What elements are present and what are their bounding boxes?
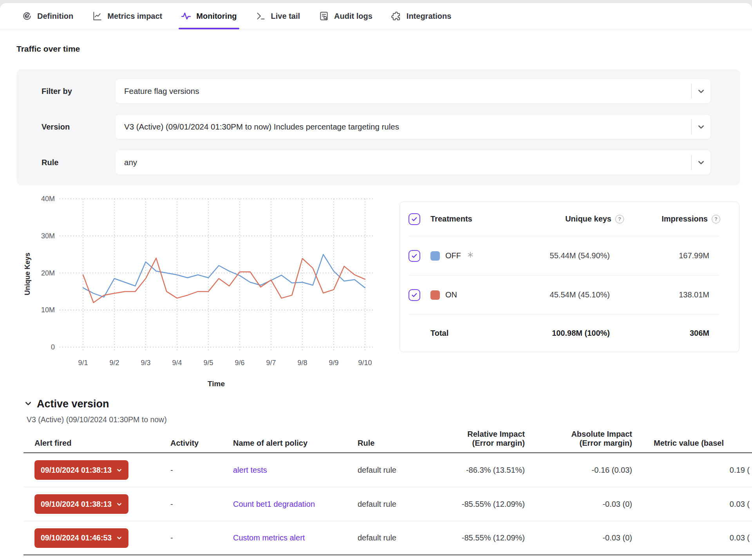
alert-fired-time: 09/10/2024 01:38:13 <box>41 466 112 475</box>
page-title: Traffic over time <box>16 29 752 54</box>
alert-row: 09/10/2024 01:38:13 - alert tests defaul… <box>24 453 752 487</box>
help-icon[interactable]: ? <box>615 215 624 223</box>
alerts-table: Alert fired Activity Name of alert polic… <box>24 430 752 555</box>
treatments-card: Treatments Unique keys ? Impressions ? <box>400 202 739 352</box>
svg-text:30M: 30M <box>41 232 55 240</box>
active-version-toggle[interactable]: Active version <box>16 398 752 410</box>
absolute-impact-value: -0.03 (0) <box>525 500 632 509</box>
tab-definition[interactable]: Definition <box>22 3 73 29</box>
rule-value: any <box>124 158 691 167</box>
alert-fired-badge[interactable]: 09/10/2024 01:38:13 <box>34 494 128 514</box>
svg-text:10M: 10M <box>41 306 55 314</box>
rule-header: Rule <box>358 439 450 448</box>
relative-impact-value: -86.3% (13.51%) <box>450 466 525 475</box>
on-unique-keys: 45.54M (45.10%) <box>495 290 624 299</box>
filter-panel: Filter by Feature flag versions Version … <box>16 69 740 185</box>
tab-label: Integrations <box>407 12 451 21</box>
rule-select[interactable]: any <box>115 150 711 175</box>
treatments-header-row: Treatments Unique keys ? Impressions ? <box>409 202 719 236</box>
svg-text:9/3: 9/3 <box>141 359 150 367</box>
alert-fired-header: Alert fired <box>34 439 170 448</box>
on-treatment-checkbox[interactable] <box>409 289 420 301</box>
impressions-column-header: Impressions <box>662 214 708 223</box>
on-impressions: 138.01M <box>624 290 720 299</box>
filter-row-rule: Rule any <box>42 150 711 175</box>
treatment-name: OFF <box>445 251 461 260</box>
treatment-name: ON <box>445 290 457 299</box>
tab-audit-logs[interactable]: Audit logs <box>319 3 372 29</box>
alert-policy-link[interactable]: alert tests <box>233 466 267 474</box>
off-color-swatch <box>430 251 440 261</box>
filter-by-value: Feature flag versions <box>124 86 691 96</box>
active-version-title: Active version <box>37 398 109 410</box>
relative-impact-value: -85.55% (12.09%) <box>450 533 525 542</box>
svg-text:0: 0 <box>51 343 55 351</box>
on-color-swatch <box>430 290 440 300</box>
treatments-column-header: Treatments <box>430 214 495 223</box>
off-treatment-checkbox[interactable] <box>409 250 420 262</box>
chevron-down-icon[interactable] <box>692 159 710 166</box>
activity-value: - <box>170 533 233 542</box>
metric-value: 0.19 ( <box>632 466 750 475</box>
version-value: V3 (Active) (09/01/2024 01:30PM to now) … <box>124 122 691 131</box>
total-label: Total <box>430 329 495 338</box>
active-version-subtitle: V3 (Active) (09/10/2024 01:30PM to now) <box>16 415 752 424</box>
treatment-row-on: ON 45.54M (45.10%) 138.01M <box>409 275 719 315</box>
filter-row-filter-by: Filter by Feature flag versions <box>42 79 711 104</box>
tab-bar: Definition Metrics impact Monitoring <box>0 3 752 29</box>
svg-text:9/10: 9/10 <box>358 359 372 367</box>
help-icon[interactable]: ? <box>712 215 720 223</box>
activity-value: - <box>170 466 233 475</box>
filter-by-select[interactable]: Feature flag versions <box>115 79 711 104</box>
tab-label: Metrics impact <box>107 12 162 21</box>
alert-fired-time: 09/10/2024 01:46:53 <box>41 533 112 542</box>
chevron-down-icon <box>116 535 122 541</box>
svg-text:20M: 20M <box>41 269 55 277</box>
svg-text:9/6: 9/6 <box>235 359 244 367</box>
svg-text:9/9: 9/9 <box>329 359 338 367</box>
off-unique-keys: 55.44M (54.90%) <box>495 251 624 260</box>
tab-label: Audit logs <box>334 12 372 21</box>
terminal-icon <box>256 11 266 21</box>
absolute-impact-value: -0.03 (0) <box>525 533 632 542</box>
alert-fired-badge[interactable]: 09/10/2024 01:46:53 <box>34 528 128 548</box>
svg-text:9/5: 9/5 <box>203 359 213 367</box>
traffic-over-time-chart: 010M20M30M40M9/19/29/39/49/59/69/79/89/9… <box>24 190 384 395</box>
alert-policy-link[interactable]: Custom metrics alert <box>233 533 305 542</box>
total-impressions: 306M <box>624 329 720 338</box>
filter-row-version: Version V3 (Active) (09/01/2024 01:30PM … <box>42 114 711 139</box>
pulse-icon <box>181 11 191 21</box>
svg-text:Unique Keys: Unique Keys <box>24 252 31 295</box>
chevron-down-icon[interactable] <box>692 123 710 130</box>
version-label: Version <box>42 122 115 131</box>
tab-live-tail[interactable]: Live tail <box>256 3 300 29</box>
tab-label: Monitoring <box>196 12 237 21</box>
version-select[interactable]: V3 (Active) (09/01/2024 01:30PM to now) … <box>115 114 711 139</box>
svg-text:9/1: 9/1 <box>78 359 88 367</box>
select-all-checkbox[interactable] <box>409 213 420 225</box>
absolute-impact-header: Absolute Impact (Error margin) <box>525 430 632 448</box>
tab-integrations[interactable]: Integrations <box>391 3 451 29</box>
svg-text:Time: Time <box>208 380 225 388</box>
activity-header: Activity <box>170 439 233 448</box>
treatments-total-row: Total 100.98M (100%) 306M <box>409 315 719 352</box>
tab-metrics-impact[interactable]: Metrics impact <box>92 3 162 29</box>
chevron-down-icon[interactable] <box>692 88 710 95</box>
svg-text:9/2: 9/2 <box>109 359 119 367</box>
definition-icon <box>22 11 32 21</box>
tab-label: Definition <box>37 12 73 21</box>
alert-fired-badge[interactable]: 09/10/2024 01:38:13 <box>34 460 128 480</box>
chevron-down-icon <box>116 467 122 473</box>
rule-value: default rule <box>358 466 450 475</box>
tab-monitoring[interactable]: Monitoring <box>181 3 237 29</box>
chart-line-icon <box>92 11 102 21</box>
alert-policy-header: Name of alert policy <box>233 439 358 448</box>
metric-value-header: Metric value (basel <box>632 439 750 448</box>
alert-policy-link[interactable]: Count bet1 degradation <box>233 500 315 508</box>
alert-row: 09/10/2024 01:38:13 - Count bet1 degrada… <box>24 487 752 521</box>
document-search-icon <box>319 11 329 21</box>
activity-value: - <box>170 500 233 509</box>
alert-row: 09/10/2024 01:46:53 - Custom metrics ale… <box>24 521 752 555</box>
default-treatment-icon <box>466 251 474 261</box>
unique-keys-column-header: Unique keys <box>565 214 611 223</box>
